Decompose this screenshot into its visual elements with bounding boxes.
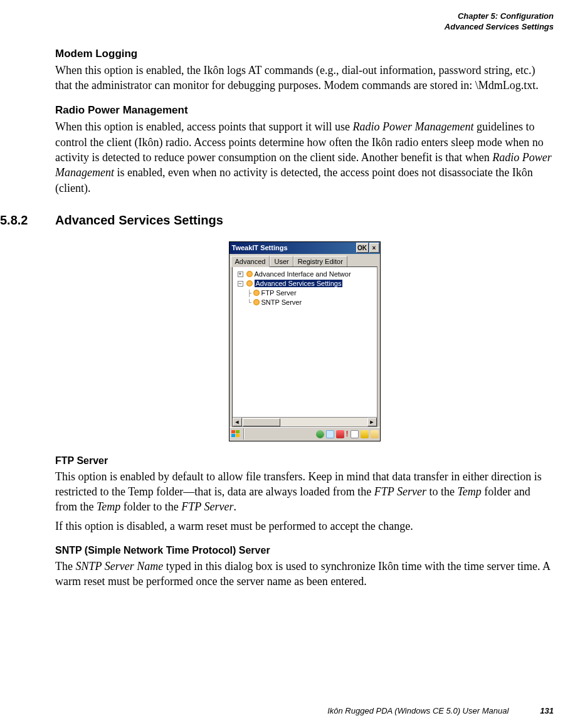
tree-label: FTP Server	[261, 289, 297, 297]
gear-icon	[253, 299, 260, 305]
tab-advanced[interactable]: Advanced	[231, 256, 270, 267]
tray-icon[interactable]	[361, 430, 369, 438]
window-titlebar: TweakIT Settings OK ×	[229, 242, 380, 254]
tree-line-icon: ├	[248, 290, 251, 297]
tree-line-icon: └	[248, 299, 251, 306]
heading-ftp-server: FTP Server	[55, 455, 554, 467]
paragraph-modem-logging: When this option is enabled, the Ikôn lo…	[55, 63, 554, 93]
network-icon[interactable]	[316, 430, 324, 438]
header-chapter: Chapter 5: Configuration	[0, 11, 554, 22]
close-icon: ×	[372, 245, 376, 251]
heading-radio-power: Radio Power Management	[55, 104, 554, 117]
paragraph-ftp-1: This option is enabled by default to all…	[55, 469, 554, 515]
tree-label: Advanced Interface and Networ	[255, 270, 351, 278]
taskbar: !	[229, 427, 380, 441]
heading-modem-logging: Modem Logging	[55, 48, 554, 60]
section-number: 5.8.2	[0, 213, 55, 228]
tab-registry[interactable]: Registry Editor	[293, 256, 347, 267]
tree-item-advanced-interface[interactable]: + Advanced Interface and Networ	[234, 270, 376, 279]
tree-label-selected: Advanced Services Settings	[255, 280, 343, 287]
tree-pane: + Advanced Interface and Networ − Advanc…	[232, 266, 377, 427]
window-title: TweakIT Settings	[232, 244, 356, 251]
tree-item-ftp-server[interactable]: ├ FTP Server	[234, 288, 376, 298]
scroll-track[interactable]	[242, 418, 367, 426]
scroll-right-button[interactable]: ►	[367, 418, 377, 426]
paragraph-radio-power: When this option is enabled, access poin…	[55, 119, 554, 195]
page-footer: Ikôn Rugged PDA (Windows CE 5.0) User Ma…	[55, 706, 554, 715]
warning-icon[interactable]: !	[346, 430, 349, 438]
paragraph-sntp: The SNTP Server Name typed in this dialo…	[55, 559, 554, 589]
tree-label: SNTP Server	[261, 298, 302, 306]
scroll-left-button[interactable]: ◄	[233, 418, 242, 426]
tab-bar: Advanced User Registry Editor	[229, 254, 380, 266]
gear-icon	[246, 280, 253, 287]
system-tray: !	[316, 430, 379, 438]
running-header: Chapter 5: Configuration Advanced Servic…	[0, 11, 554, 33]
ok-button[interactable]: OK	[356, 243, 369, 253]
close-button[interactable]: ×	[369, 243, 379, 253]
start-icon[interactable]	[231, 430, 241, 438]
gear-icon	[253, 290, 260, 296]
battery-icon[interactable]	[371, 430, 379, 438]
tree-item-sntp-server[interactable]: └ SNTP Server	[234, 298, 376, 307]
section-title: Advanced Services Settings	[55, 213, 223, 228]
horizontal-scrollbar[interactable]: ◄ ►	[233, 417, 377, 426]
alert-icon[interactable]	[336, 430, 344, 438]
expand-icon[interactable]: +	[238, 272, 243, 277]
taskbar-divider	[243, 428, 245, 440]
footer-title: Ikôn Rugged PDA (Windows CE 5.0) User Ma…	[55, 706, 509, 715]
tree-item-advanced-services[interactable]: − Advanced Services Settings	[234, 279, 376, 288]
gear-icon	[246, 271, 253, 277]
paragraph-ftp-2: If this option is disabled, a warm reset…	[55, 519, 554, 534]
tab-user[interactable]: User	[270, 256, 293, 267]
screenshot-window: TweakIT Settings OK × Advanced User Regi…	[229, 241, 381, 441]
collapse-icon[interactable]: −	[238, 281, 243, 287]
page-number: 131	[540, 706, 554, 715]
header-section: Advanced Services Settings	[0, 22, 554, 33]
scroll-thumb[interactable]	[243, 418, 280, 426]
heading-sntp-server: SNTP (Simple Network Time Protocol) Serv…	[55, 545, 554, 556]
tray-icon[interactable]	[351, 430, 359, 438]
tray-icon[interactable]	[326, 430, 334, 438]
